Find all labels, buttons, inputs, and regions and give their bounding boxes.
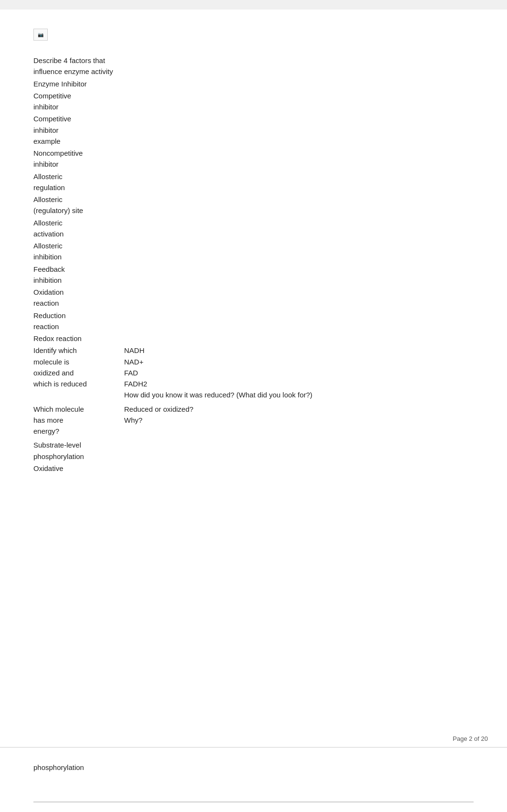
list-item: Reduction reaction xyxy=(33,310,474,332)
continuation-text: phosphorylation xyxy=(33,762,474,773)
page-content: 📷 Describe 4 factors that influence enzy… xyxy=(0,10,507,730)
list-item: Allosteric inhibition xyxy=(33,240,474,263)
term-label: Which molecule has more energy? xyxy=(33,404,119,437)
term-label: Reduction reaction xyxy=(33,310,119,332)
term-label: Competitive inhibitor xyxy=(33,90,119,113)
content-area: Describe 4 factors that influence enzyme… xyxy=(33,55,474,475)
list-item: Enzyme Inhibitor xyxy=(33,78,474,89)
list-item: Oxidative xyxy=(33,463,474,474)
list-item: Allosteric activation xyxy=(33,217,474,240)
term-label: Allosteric activation xyxy=(33,217,119,240)
list-item: Redox reaction xyxy=(33,333,474,344)
list-item: Competitive inhibitor xyxy=(33,90,474,113)
page-break-section: phosphorylation xyxy=(0,747,507,812)
term-label: Competitive inhibitor example xyxy=(33,113,119,147)
term-value: NADH NAD+ FAD FADH2 How did you know it … xyxy=(119,345,474,400)
term-label: Noncompetitive inhibitor xyxy=(33,148,119,170)
list-item: Allosteric (regulatory) site xyxy=(33,194,474,216)
term-label: Enzyme Inhibitor xyxy=(33,78,119,89)
term-label: Feedback inhibition xyxy=(33,264,119,286)
term-label: Redox reaction xyxy=(33,333,119,344)
term-label: Allosteric inhibition xyxy=(33,240,119,263)
term-label: Allosteric regulation xyxy=(33,171,119,193)
broken-image-icon: 📷 xyxy=(33,29,48,41)
list-item: Substrate-level phosphorylation xyxy=(33,439,474,462)
term-label: Allosteric (regulatory) site xyxy=(33,194,119,216)
term-label: Oxidative xyxy=(33,463,119,474)
list-item: Noncompetitive inhibitor xyxy=(33,148,474,170)
list-item: Describe 4 factors that influence enzyme… xyxy=(33,55,474,77)
list-item: Which molecule has more energy? Reduced … xyxy=(33,404,474,437)
page: 📷 Describe 4 factors that influence enzy… xyxy=(0,10,507,812)
term-label: Substrate-level phosphorylation xyxy=(33,439,119,462)
page-number: Page 2 of 20 xyxy=(0,730,507,747)
list-item: Competitive inhibitor example xyxy=(33,113,474,147)
list-item: Identify which molecule is oxidized and … xyxy=(33,345,474,400)
term-label: Oxidation reaction xyxy=(33,287,119,309)
list-item: Feedback inhibition xyxy=(33,264,474,286)
page-bottom-border xyxy=(33,801,474,802)
list-item: Oxidation reaction xyxy=(33,287,474,309)
term-label: Identify which molecule is oxidized and … xyxy=(33,345,119,389)
term-value: Reduced or oxidized? Why? xyxy=(119,404,474,426)
list-item: Allosteric regulation xyxy=(33,171,474,193)
term-label: Describe 4 factors that influence enzyme… xyxy=(33,55,119,77)
